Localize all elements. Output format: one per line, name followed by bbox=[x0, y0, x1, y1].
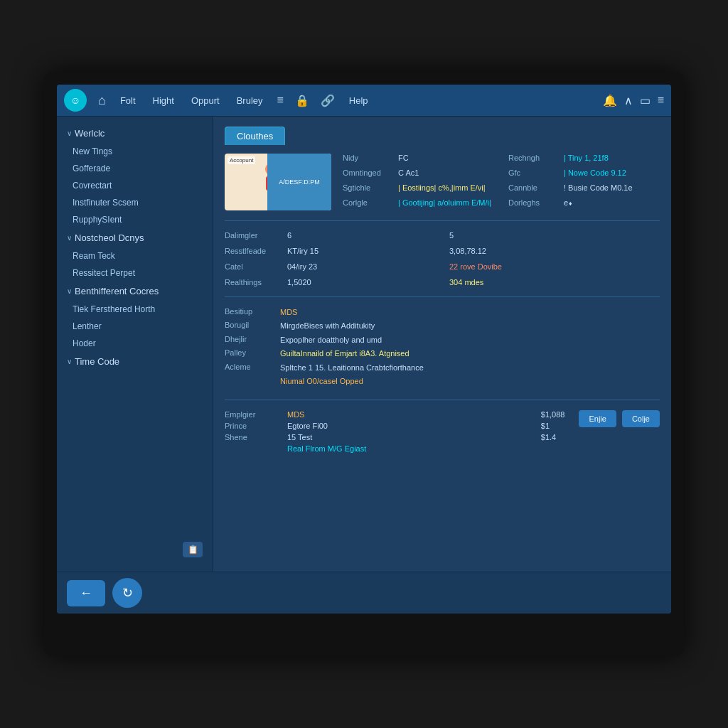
detail-label: Dalimgler bbox=[225, 231, 282, 240]
pricing-label: Emplgier bbox=[225, 410, 282, 419]
detail-value1: KT/iry 15 bbox=[287, 247, 318, 255]
close-icon[interactable]: ≡ bbox=[658, 94, 664, 107]
detail-row-resstlfeade: Resstlfeade KT/iry 15 bbox=[225, 247, 435, 255]
desc-value: GuiltaInnaild of Emjart i8A3. Atgnised bbox=[280, 348, 410, 359]
sidebar: ∨ Werlclc New Tings Gofferade Covrectart… bbox=[57, 117, 213, 572]
restore-icon[interactable]: ▭ bbox=[640, 94, 651, 107]
meta-label-sgtichle: Sgtichle bbox=[343, 183, 392, 192]
thumbnail: Accopunt A/DESF:D:PM bbox=[225, 154, 331, 210]
desc-label: Dhejlir bbox=[225, 335, 274, 346]
detail-label: Realthings bbox=[225, 278, 282, 287]
detail-v2: 22 rove Dovibe bbox=[449, 262, 502, 271]
sidebar-item-ream-teck[interactable]: Ream Teck bbox=[57, 247, 213, 264]
desc-value: Spltche 1 15. Leaitionna Crabtcfiorthanc… bbox=[280, 363, 424, 373]
desc-row-palley: Palley GuiltaInnaild of Emjart i8A3. Atg… bbox=[225, 348, 660, 359]
action-buttons: Enjie Colje bbox=[579, 410, 660, 430]
sidebar-item-gofferade[interactable]: Gofferade bbox=[57, 160, 213, 177]
menu-icon-grid[interactable]: ≡ bbox=[277, 94, 284, 107]
monitor: ☺ ⌂ Folt Hight Oppurt Bruley ≡ 🔒 🔗 Help … bbox=[44, 72, 684, 656]
pricing-row-shene: Shene 15 Test bbox=[225, 433, 527, 441]
bottom-bar: ← ↻ bbox=[57, 572, 671, 614]
meta-label-nidy: Nidy bbox=[343, 154, 392, 162]
desc-value: Expoplher doattholy and umd bbox=[280, 335, 382, 346]
detail-v2: 304 mdes bbox=[449, 278, 483, 287]
sidebar-section-werlclc[interactable]: ∨ Werlclc bbox=[57, 124, 213, 143]
sidebar-section-nostcheol[interactable]: ∨ Nostcheol Dcnys bbox=[57, 228, 213, 247]
detail-value2-catel: 22 rove Dovibe bbox=[449, 262, 660, 271]
pricing-row-prince: Prince Egtore Fi00 bbox=[225, 422, 527, 430]
meta-value-rechngh: | Tiny 1, 21f8 bbox=[564, 154, 609, 162]
desc-label: Palley bbox=[225, 348, 274, 359]
meta-label-dorleghs: Dorleghs bbox=[508, 198, 558, 207]
sidebar-item-rupphy[interactable]: RupphySIent bbox=[57, 211, 213, 228]
sidebar-item-hoder[interactable]: Hoder bbox=[57, 335, 213, 352]
enjie-button[interactable]: Enjie bbox=[579, 410, 616, 427]
menu-item-oppurt[interactable]: Oppurt bbox=[188, 94, 223, 107]
sidebar-item-instfinuter[interactable]: Instfinuter Scsem bbox=[57, 194, 213, 211]
detail-label: Catel bbox=[225, 262, 282, 271]
header-section: Accopunt A/DESF:D:PM bbox=[225, 154, 660, 221]
chevron-down-icon: ∨ bbox=[67, 358, 72, 365]
app-logo: ☺ bbox=[64, 89, 87, 112]
back-button[interactable]: ← bbox=[67, 580, 105, 606]
amount-2: $1 bbox=[541, 422, 565, 430]
meta-value-sgtichle: | Eostiings| c%,|imm E/vi| bbox=[398, 183, 486, 192]
refresh-button[interactable]: ↻ bbox=[112, 578, 142, 608]
sidebar-item-covrectart[interactable]: Covrectart bbox=[57, 177, 213, 194]
minimize-icon[interactable]: ∧ bbox=[624, 94, 633, 107]
sidebar-item-new-tings[interactable]: New Tings bbox=[57, 143, 213, 160]
sidebar-section-benthifferent[interactable]: ∨ Benthifferent Cocres bbox=[57, 282, 213, 301]
chevron-down-icon: ∨ bbox=[67, 234, 72, 242]
pricing-row-real: Real Flrom M/G Egiast bbox=[225, 444, 527, 453]
detail-v2: 3,08,78.12 bbox=[449, 247, 486, 255]
desc-value-extra: Niumal O0/casel Opped bbox=[280, 376, 363, 387]
sidebar-item-lenther[interactable]: Lenther bbox=[57, 318, 213, 335]
tabs-bar: Clouthes bbox=[225, 127, 660, 145]
meta-value-omntinged: C Ac1 bbox=[398, 168, 419, 177]
content-area: Clouthes Accopunt bbox=[213, 117, 671, 572]
notify-icon[interactable]: 🔔 bbox=[603, 94, 617, 107]
pricing-section: Emplgier MDS Prince Egtore Fi00 Shene 15… bbox=[225, 410, 660, 456]
menu-bar: ☺ ⌂ Folt Hight Oppurt Bruley ≡ 🔒 🔗 Help … bbox=[57, 85, 671, 117]
desc-row-besitiup: Besitiup MDS bbox=[225, 307, 660, 318]
pricing-value-real: Real Flrom M/G Egiast bbox=[287, 444, 366, 453]
desc-value: MirgdeBises with Additukity bbox=[280, 321, 375, 331]
detail-value1: 1,5020 bbox=[287, 278, 311, 287]
pricing-value: 15 Test bbox=[287, 433, 312, 441]
meta-label-cannble: Cannble bbox=[508, 183, 558, 192]
pricing-amounts: $1,088 $1 $1.4 bbox=[541, 410, 565, 441]
pricing-label: Shene bbox=[225, 433, 282, 441]
header-meta: Nidy FC Rechngh | Tiny 1, 21f8 Omntinged… bbox=[343, 154, 660, 210]
window-controls: 🔔 ∧ ▭ ≡ bbox=[603, 94, 664, 107]
home-icon[interactable]: ⌂ bbox=[98, 93, 106, 108]
menu-icon-network[interactable]: 🔗 bbox=[321, 94, 335, 107]
pricing-label-empty bbox=[225, 444, 282, 453]
pricing-row-emplgier: Emplgier MDS bbox=[225, 410, 527, 419]
menu-item-help[interactable]: Help bbox=[346, 94, 371, 107]
meta-row-cannble: Cannble ! Busie Code M0.1e bbox=[508, 183, 660, 196]
meta-value-nidy: FC bbox=[398, 154, 409, 162]
colje-button[interactable]: Colje bbox=[622, 410, 660, 427]
meta-label-omntinged: Omntinged bbox=[343, 168, 392, 177]
meta-row-sgtichle: Sgtichle | Eostiings| c%,|imm E/vi| bbox=[343, 183, 494, 196]
description-section: Besitiup MDS Borugil MirgdeBises with Ad… bbox=[225, 307, 660, 400]
pricing-table: Emplgier MDS Prince Egtore Fi00 Shene 15… bbox=[225, 410, 527, 456]
menu-item-folt[interactable]: Folt bbox=[117, 94, 139, 107]
tab-clouthes[interactable]: Clouthes bbox=[225, 127, 285, 145]
meta-value-cannble: ! Busie Code M0.1e bbox=[564, 183, 633, 192]
screen: ☺ ⌂ Folt Hight Oppurt Bruley ≡ 🔒 🔗 Help … bbox=[57, 85, 671, 614]
meta-label-corlgle: Corlgle bbox=[343, 198, 392, 207]
sidebar-clipboard-icon[interactable]: 📋 bbox=[183, 542, 203, 557]
menu-icon-lock[interactable]: 🔒 bbox=[295, 94, 309, 107]
sidebar-bottom: 📋 bbox=[57, 535, 213, 564]
sidebar-item-ressitect[interactable]: Ressitect Perpet bbox=[57, 264, 213, 282]
sidebar-section-time-code[interactable]: ∨ Time Code bbox=[57, 352, 213, 371]
menu-item-hight[interactable]: Hight bbox=[150, 94, 177, 107]
amount-1: $1,088 bbox=[541, 410, 565, 419]
detail-value2-dalimgler: 5 bbox=[449, 231, 660, 240]
sidebar-item-tiek[interactable]: Tiek Fersthered Horth bbox=[57, 301, 213, 318]
desc-row-extra: Niumal O0/casel Opped bbox=[225, 376, 660, 387]
meta-row-dorleghs: Dorleghs e⬧ bbox=[508, 198, 660, 210]
meta-value-dorleghs: e⬧ bbox=[564, 198, 573, 207]
menu-item-bruley[interactable]: Bruley bbox=[234, 94, 266, 107]
